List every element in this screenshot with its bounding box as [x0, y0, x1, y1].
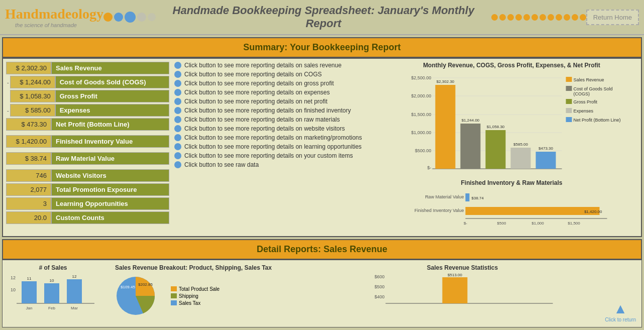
- custom-counts-value: 20.0: [6, 211, 51, 224]
- btn-net-profit[interactable]: Click button to see more reporting detai…: [174, 98, 385, 105]
- expenses-label: Expenses: [55, 104, 169, 117]
- svg-rect-16: [486, 130, 506, 169]
- btn-sales-revenue[interactable]: Click button to see more reporting detai…: [174, 62, 385, 69]
- expenses-value: $ 585.00: [10, 104, 55, 117]
- btn-finished-inv[interactable]: Click button to see more reporting detai…: [174, 107, 385, 114]
- svg-text:12: 12: [72, 274, 77, 279]
- circle-btn-learning[interactable]: [174, 143, 181, 150]
- sales-revenue-label: Sales Revenue: [51, 62, 169, 74]
- net-profit-label: Net Profit (Bottom Line): [51, 118, 169, 131]
- finished-inventory-row: $ 1,420.00 Finished Inventory Value: [6, 135, 169, 148]
- raw-material-label: Raw Material Value: [51, 152, 169, 165]
- btn-custom[interactable]: Click button to see more reporting detai…: [174, 152, 385, 159]
- btn-gross-profit[interactable]: Click button to see more reporting detai…: [174, 80, 385, 87]
- net-profit-row: $ 473.30 Net Profit (Bottom Line): [6, 118, 169, 131]
- svg-rect-12: [436, 85, 456, 169]
- promotion-row: 2,077 Total Promotion Exposure: [6, 183, 169, 196]
- svg-text:$585.00: $585.00: [513, 142, 528, 147]
- circle-btn-cogs[interactable]: [174, 71, 181, 78]
- circle-btn-gross[interactable]: [174, 80, 181, 87]
- svg-text:12: 12: [11, 275, 16, 280]
- cogs-label: Cost of Goods Sold (COGS): [55, 76, 169, 88]
- circle-btn-rawdata[interactable]: [174, 161, 181, 168]
- svg-rect-51: [67, 279, 82, 303]
- circle-btn-net[interactable]: [174, 98, 181, 105]
- bar-chart-svg: $2,500.00 $2,000.00 $1,500.00 $1,000.00 …: [385, 72, 638, 177]
- breakout-chart: $109.45 $202.85 Total Product Sale Shipp…: [105, 273, 281, 318]
- svg-rect-31: [566, 117, 572, 122]
- svg-text:$1,500.00: $1,500.00: [411, 112, 431, 117]
- btn-raw-mat[interactable]: Click button to see more reporting detai…: [174, 116, 385, 123]
- website-visitors-value: 746: [6, 169, 51, 182]
- svg-text:Mar: Mar: [71, 306, 78, 310]
- middle-buttons: Click button to see more reporting detai…: [169, 62, 385, 233]
- summary-header: Summary: Your Bookkeeping Report: [2, 37, 642, 58]
- logo-handmade: Handmade: [5, 6, 71, 22]
- stats-title: Sales Revenue Statistics: [287, 264, 637, 271]
- return-home-button[interactable]: Return Home: [586, 10, 639, 25]
- circle-btn-sales[interactable]: [174, 62, 181, 69]
- cogs-row: - $ 1,244.00 Cost of Goods Sold (COGS): [6, 76, 169, 88]
- btn-learning[interactable]: Click button to see more reporting detai…: [174, 143, 385, 150]
- svg-rect-47: [22, 281, 37, 303]
- stats-svg: $600 $500 $400 $513.00: [287, 273, 637, 318]
- summary-content: $ 2,302.30 Sales Revenue - $ 1,244.00 Co…: [2, 58, 642, 237]
- svg-text:Feb: Feb: [48, 306, 55, 310]
- btn-raw-data[interactable]: Click button to see raw data: [174, 161, 385, 168]
- breakout-legend: Total Product Sale Shipping Sales Tax: [171, 286, 220, 306]
- svg-text:$38.74: $38.74: [472, 196, 484, 200]
- svg-text:Expenses: Expenses: [574, 108, 594, 114]
- circle-btn-custom[interactable]: [174, 152, 181, 159]
- website-visitors-row: 746 Website Visitors: [6, 169, 169, 182]
- breakout-title: Sales Revenue Breakout: Product, Shippin…: [105, 264, 281, 271]
- gross-profit-value: $ 1,058.30: [10, 90, 55, 102]
- btn-marketing[interactable]: Click button to see more reporting detai…: [174, 134, 385, 141]
- header: Handmadeology the science of handmade Ha…: [0, 0, 644, 35]
- finished-inventory-value: $ 1,420.00: [6, 135, 51, 148]
- svg-rect-49: [44, 283, 59, 303]
- custom-counts-label: Custom Counts: [51, 211, 169, 224]
- svg-text:$1,500: $1,500: [568, 221, 580, 226]
- svg-text:$2,500.00: $2,500.00: [411, 75, 431, 80]
- svg-rect-14: [461, 124, 481, 169]
- summary-section: Summary: Your Bookkeeping Report $ 2,302…: [2, 37, 642, 237]
- btn-label-rawdata: Click button to see raw data: [184, 161, 259, 168]
- click-return-button[interactable]: ▲ Click to return: [605, 301, 636, 322]
- summary-table: $ 2,302.30 Sales Revenue - $ 1,244.00 Co…: [6, 62, 169, 233]
- btn-website[interactable]: Click button to see more reporting detai…: [174, 125, 385, 132]
- svg-rect-24: [566, 86, 572, 91]
- svg-text:Sales Revenue: Sales Revenue: [574, 77, 604, 82]
- svg-text:$2,302.30: $2,302.30: [437, 79, 455, 84]
- svg-text:11: 11: [27, 276, 32, 281]
- sales-revenue-value: $ 2,302.30: [6, 62, 51, 74]
- svg-text:Cost of Goods Sold: Cost of Goods Sold: [574, 86, 613, 91]
- detail-header: Detail Reports: Sales Revenue: [2, 239, 642, 260]
- svg-text:$500: $500: [497, 221, 506, 226]
- sales-count-area: # of Sales 12 10 11 10 12 Jan Feb Mar: [7, 264, 99, 323]
- svg-text:10: 10: [11, 287, 16, 292]
- sales-count-title: # of Sales: [7, 264, 99, 271]
- raw-material-value: $ 38.74: [6, 152, 51, 165]
- horiz-chart-title: Finished Inventory & Raw Materials: [385, 179, 638, 186]
- btn-label-finished: Click button to see more reporting detai…: [184, 107, 351, 114]
- logo-ology: ology: [71, 6, 103, 22]
- svg-rect-27: [566, 99, 572, 104]
- svg-rect-20: [536, 152, 556, 169]
- circle-btn-raw[interactable]: [174, 116, 181, 123]
- svg-rect-42: [466, 207, 600, 215]
- svg-text:$2,000.00: $2,000.00: [411, 93, 431, 98]
- svg-text:Raw Material Value: Raw Material Value: [425, 194, 464, 199]
- btn-cogs[interactable]: Click button to see more reporting detai…: [174, 71, 385, 78]
- circle-btn-website[interactable]: [174, 125, 181, 132]
- click-return-label: Click to return: [605, 317, 636, 322]
- btn-label-website: Click button to see more reporting detai…: [184, 125, 345, 132]
- btn-expenses[interactable]: Click button to see more reporting detai…: [174, 89, 385, 96]
- promotion-label: Total Promotion Exposure: [51, 183, 169, 196]
- circle-btn-marketing[interactable]: [174, 134, 181, 141]
- gross-profit-row: - $ 1,058.30 Gross Profit: [6, 90, 169, 102]
- circle-btn-finished[interactable]: [174, 107, 181, 114]
- svg-text:$-: $-: [427, 165, 431, 170]
- svg-text:$-: $-: [464, 221, 467, 226]
- circle-btn-expenses[interactable]: [174, 89, 181, 96]
- learning-label: Learning Opportunities: [51, 197, 169, 210]
